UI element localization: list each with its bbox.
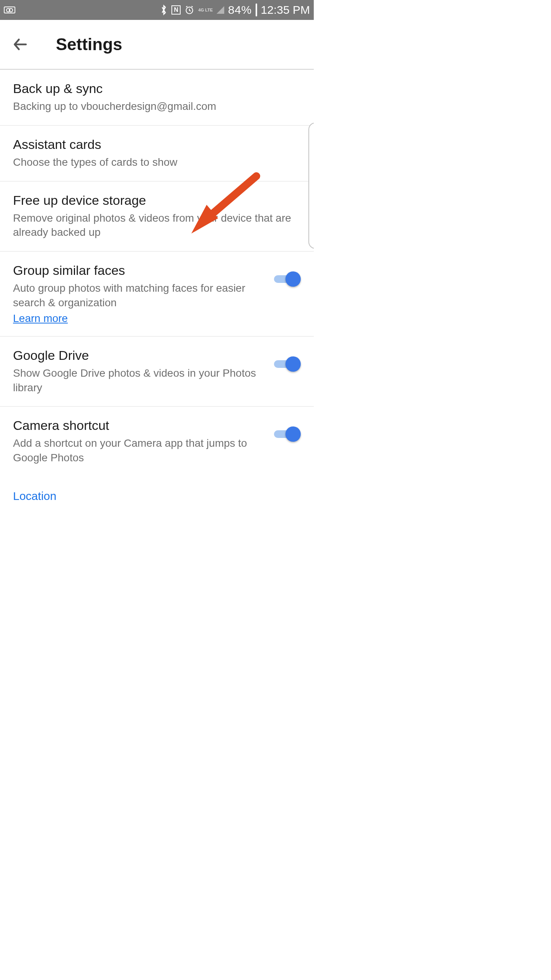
status-left <box>0 7 15 13</box>
row-title: Assistant cards <box>13 137 301 152</box>
row-subtitle: Add a shortcut on your Camera app that j… <box>13 436 264 465</box>
row-title: Free up device storage <box>13 193 301 208</box>
row-assistant-cards[interactable]: Assistant cards Choose the types of card… <box>0 126 314 181</box>
row-subtitle: Auto group photos with matching faces fo… <box>13 281 264 310</box>
scroll-indicator[interactable] <box>308 122 314 249</box>
learn-more-link[interactable]: Learn more <box>13 312 68 325</box>
battery-percent: 84% <box>228 3 252 16</box>
toggle-group-faces[interactable] <box>272 270 301 287</box>
row-camera-shortcut[interactable]: Camera shortcut Add a shortcut on your C… <box>0 407 314 477</box>
status-bar: N 4G LTE 84% 12:35 PM <box>0 0 314 20</box>
alarm-icon <box>184 5 194 15</box>
row-free-up-storage[interactable]: Free up device storage Remove original p… <box>0 181 314 252</box>
toggle-thumb <box>285 356 301 372</box>
row-title: Back up & sync <box>13 81 301 96</box>
battery-icon <box>256 4 257 16</box>
row-title: Camera shortcut <box>13 418 264 433</box>
section-header-location: Location <box>0 477 314 503</box>
bluetooth-icon <box>160 5 168 15</box>
toggle-thumb <box>285 271 301 287</box>
arrow-left-icon <box>12 36 29 53</box>
app-bar: Settings <box>0 20 314 70</box>
voicemail-icon <box>4 7 15 13</box>
row-group-similar-faces[interactable]: Group similar faces Auto group photos wi… <box>0 252 314 336</box>
page-title: Settings <box>56 35 122 54</box>
row-title: Google Drive <box>13 348 264 363</box>
row-google-drive[interactable]: Google Drive Show Google Drive photos & … <box>0 336 314 407</box>
row-backup-sync[interactable]: Back up & sync Backing up to vboucherdes… <box>0 70 314 126</box>
row-subtitle: Choose the types of cards to show <box>13 155 301 170</box>
status-right: N 4G LTE 84% 12:35 PM <box>160 3 314 16</box>
network-type-label: 4G LTE <box>198 8 213 12</box>
toggle-thumb <box>285 426 301 442</box>
nfc-icon: N <box>171 5 181 15</box>
toggle-camera-shortcut[interactable] <box>272 425 301 443</box>
back-button[interactable] <box>11 35 30 54</box>
row-subtitle: Backing up to vboucherdesign@gmail.com <box>13 99 301 114</box>
row-subtitle: Show Google Drive photos & videos in you… <box>13 366 264 395</box>
signal-icon <box>217 6 224 14</box>
row-title: Group similar faces <box>13 263 264 278</box>
toggle-google-drive[interactable] <box>272 355 301 372</box>
clock-time: 12:35 PM <box>261 3 310 16</box>
settings-list: Back up & sync Backing up to vboucherdes… <box>0 70 314 503</box>
row-subtitle: Remove original photos & videos from you… <box>13 211 301 240</box>
